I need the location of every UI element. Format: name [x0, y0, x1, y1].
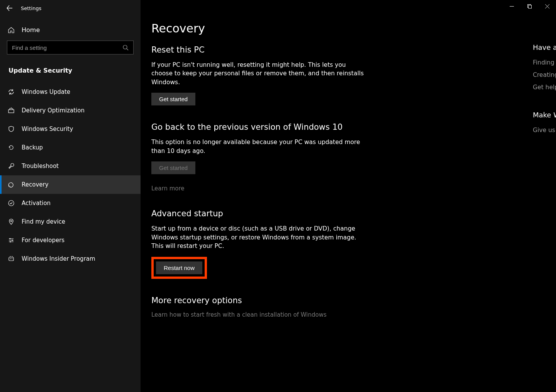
back-button[interactable] [6, 5, 13, 12]
learn-more-link[interactable]: Learn more [151, 185, 368, 192]
location-icon [8, 218, 15, 225]
wrench-icon [8, 163, 15, 170]
sliders-icon [8, 237, 15, 244]
sidebar-item-find-my-device[interactable]: Find my device [0, 212, 141, 231]
svg-point-2 [8, 200, 14, 206]
sidebar-item-recovery[interactable]: Recovery [0, 175, 141, 194]
start-fresh-link[interactable]: Learn how to start fresh with a clean in… [151, 311, 368, 318]
minimize-button[interactable] [503, 0, 520, 12]
sidebar: Settings Home Update & Security Windows … [0, 0, 141, 392]
aside-panel: Have a question? Finding my BitLocker re… [533, 43, 556, 139]
check-circle-icon [8, 200, 15, 207]
recovery-icon [8, 181, 15, 188]
arrow-left-icon [7, 5, 13, 11]
main-content: Recovery Reset this PC If your PC isn't … [141, 0, 556, 392]
get-started-reset-button[interactable]: Get started [151, 93, 195, 105]
search-icon [122, 44, 129, 51]
close-button[interactable] [538, 0, 556, 12]
svg-rect-7 [9, 257, 14, 261]
sidebar-category: Update & Security [0, 60, 141, 83]
sidebar-item-windows-insider[interactable]: Windows Insider Program [0, 249, 141, 268]
shield-icon [8, 126, 15, 132]
section-heading: More recovery options [151, 296, 368, 305]
window-controls [503, 0, 556, 12]
close-icon [545, 4, 549, 8]
titlebar: Settings [0, 2, 141, 15]
sync-icon [8, 88, 15, 95]
search-field[interactable] [12, 44, 122, 51]
sidebar-item-windows-update[interactable]: Windows Update [0, 83, 141, 101]
backup-icon [8, 144, 15, 151]
maximize-button[interactable] [520, 0, 538, 12]
section-heading: Go back to the previous version of Windo… [151, 122, 368, 132]
sidebar-item-activation[interactable]: Activation [0, 194, 141, 212]
sidebar-item-troubleshoot[interactable]: Troubleshoot [0, 157, 141, 175]
sidebar-item-label: Troubleshoot [22, 163, 59, 170]
aside-link-get-help[interactable]: Get help [533, 84, 556, 91]
aside-link-bitlocker[interactable]: Finding my BitLocker recovery key [533, 59, 556, 66]
home-icon [8, 27, 15, 34]
svg-point-6 [10, 241, 11, 243]
svg-point-3 [10, 220, 12, 222]
svg-rect-1 [8, 110, 14, 113]
sidebar-home[interactable]: Home [0, 15, 141, 41]
section-body: If your PC isn't running well, resetting… [151, 61, 368, 87]
sidebar-nav: Windows Update Delivery Optimization Win… [0, 83, 141, 268]
maximize-icon [527, 4, 532, 8]
insider-icon [8, 255, 15, 262]
aside-link-recovery-drive[interactable]: Creating a recovery drive [533, 71, 556, 78]
sidebar-item-label: Windows Update [22, 88, 70, 95]
section-reset-pc: Reset this PC If your PC isn't running w… [151, 45, 368, 105]
sidebar-item-label: Delivery Optimization [22, 107, 85, 114]
section-more-recovery: More recovery options Learn how to start… [151, 296, 368, 318]
annotation-highlight: Restart now [151, 257, 207, 279]
sidebar-item-for-developers[interactable]: For developers [0, 231, 141, 249]
svg-point-0 [123, 45, 127, 49]
sidebar-item-label: Backup [22, 144, 43, 151]
aside-question-heading: Have a question? [533, 43, 556, 51]
sidebar-item-delivery-optimization[interactable]: Delivery Optimization [0, 101, 141, 120]
section-body: Start up from a device or disc (such as … [151, 224, 368, 250]
svg-point-4 [10, 238, 11, 239]
sidebar-home-label: Home [22, 26, 40, 34]
aside-link-feedback[interactable]: Give us feedback [533, 127, 556, 134]
search-input[interactable] [7, 41, 134, 54]
sidebar-item-label: Windows Insider Program [22, 255, 95, 262]
svg-point-8 [10, 258, 11, 259]
sidebar-item-backup[interactable]: Backup [0, 138, 141, 157]
sidebar-item-label: Find my device [22, 218, 65, 225]
section-heading: Reset this PC [151, 45, 368, 54]
delivery-icon [8, 107, 15, 114]
section-heading: Advanced startup [151, 209, 368, 218]
sidebar-item-label: Recovery [22, 181, 49, 188]
section-body: This option is no longer available becau… [151, 138, 368, 155]
section-advanced-startup: Advanced startup Start up from a device … [151, 209, 368, 278]
page-title: Recovery [151, 22, 556, 35]
section-go-back: Go back to the previous version of Windo… [151, 122, 368, 192]
sidebar-item-label: For developers [22, 237, 64, 244]
window-title: Settings [21, 5, 41, 11]
sidebar-item-windows-security[interactable]: Windows Security [0, 120, 141, 138]
svg-rect-11 [528, 5, 531, 8]
restart-now-button[interactable]: Restart now [156, 261, 202, 274]
svg-point-9 [12, 258, 12, 259]
aside-better-heading: Make Windows better [533, 111, 556, 119]
sidebar-item-label: Activation [22, 200, 51, 207]
get-started-goback-button: Get started [151, 161, 195, 174]
svg-point-5 [12, 240, 13, 241]
sidebar-item-label: Windows Security [22, 126, 73, 132]
minimize-icon [510, 4, 514, 8]
